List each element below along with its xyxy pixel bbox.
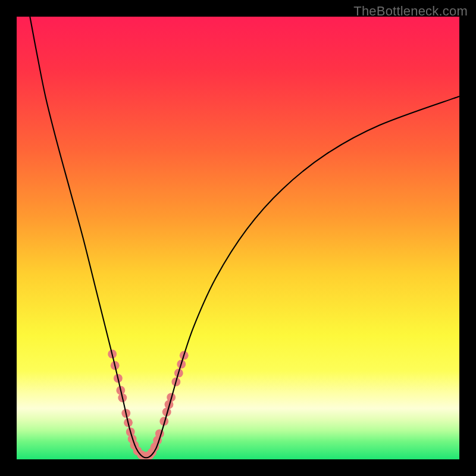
bottleneck-curve	[30, 17, 459, 458]
plot-area	[17, 17, 459, 459]
curve-layer	[17, 17, 459, 459]
highlight-dots	[108, 349, 188, 459]
chart-container: TheBottleneck.com	[0, 0, 476, 476]
